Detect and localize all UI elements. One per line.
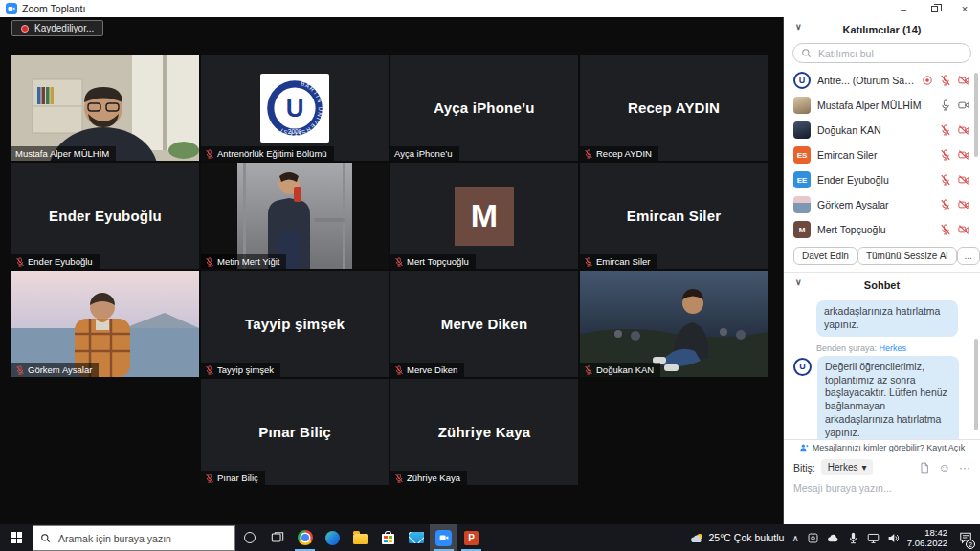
participant-search[interactable]: [792, 43, 971, 63]
video-tile-pinar[interactable]: Pınar Biliç Pınar Biliç: [201, 379, 389, 485]
microphone-tray-icon[interactable]: [847, 532, 859, 544]
video-tile-tayyip[interactable]: Tayyip şimşek Tayyip şimşek: [201, 271, 389, 377]
tray-app-icon[interactable]: [807, 532, 819, 544]
zoom-taskbar-button[interactable]: [430, 524, 457, 551]
camera-off-icon[interactable]: [958, 124, 969, 136]
camera-off-icon[interactable]: [958, 199, 969, 210]
svg-text:2008: 2008: [288, 128, 302, 135]
chat-message-input[interactable]: [784, 475, 980, 496]
video-tile-gorkem[interactable]: Görkem Aysalar: [11, 271, 199, 377]
mic-off-icon[interactable]: [940, 124, 951, 136]
powerpoint-button[interactable]: P: [457, 524, 485, 551]
privacy-text: Mesajlarınızı kimler görebilir? Kayıt Aç…: [813, 443, 966, 452]
chat-recipient-row: Bitiş: Herkes ▾ ☺ ···: [784, 455, 980, 475]
powerpoint-icon: P: [464, 531, 479, 545]
participant-name: Antrenörlük Eğitimi Bölümü: [217, 148, 327, 159]
onedrive-icon[interactable]: [827, 532, 839, 544]
mute-all-button[interactable]: Tümünü Sessize Al: [858, 247, 957, 265]
show-hidden-icons-button[interactable]: ∧: [791, 533, 798, 543]
video-tile-merve[interactable]: Merve Diken Merve Diken: [390, 271, 578, 377]
volume-icon[interactable]: [887, 532, 900, 544]
participant-name-label: Emircan Siler: [580, 254, 657, 269]
participant-row-name: Mustafa Alper MÜLHİM: [817, 99, 933, 111]
recording-label: Kaydediliyor...: [34, 23, 94, 33]
mic-off-icon[interactable]: [940, 174, 951, 186]
recipient-label: Bitiş:: [793, 462, 815, 474]
minimize-button[interactable]: –: [888, 0, 919, 17]
folder-icon: [353, 534, 368, 544]
close-button[interactable]: ×: [949, 0, 980, 17]
weather-icon: [690, 532, 704, 544]
video-tile-dogukan[interactable]: Doğukan KAN: [580, 271, 768, 377]
search-icon: [40, 533, 51, 543]
chat-message-list[interactable]: arkadaşlarınıza hatırlatma yapınız. Bend…: [784, 297, 980, 439]
camera-off-icon[interactable]: [958, 174, 969, 186]
mic-off-icon[interactable]: [940, 224, 951, 235]
participant-display-name: Pınar Biliç: [201, 379, 389, 485]
start-button[interactable]: [0, 524, 33, 551]
collapse-participants-icon[interactable]: ∨: [795, 22, 802, 32]
cortana-button[interactable]: [235, 524, 263, 551]
participant-row-name: Mert Topçuoğlu: [817, 224, 933, 235]
participant-row[interactable]: Görkem Aysalar: [784, 192, 980, 217]
taskbar-search[interactable]: [33, 525, 235, 551]
camera-off-icon[interactable]: [958, 75, 969, 86]
restore-button[interactable]: [919, 0, 949, 17]
chat-title: Sohbet: [864, 279, 900, 291]
participant-name-label: Metin Mert Yiğit: [201, 254, 286, 269]
participant-row[interactable]: EE Ender Eyuboğlu: [784, 167, 980, 192]
weather-widget[interactable]: 25°C Çok bulutlu: [690, 532, 784, 544]
participant-name: Emircan Siler: [596, 256, 651, 267]
camera-off-icon[interactable]: [958, 149, 969, 161]
video-tile-mert[interactable]: M Mert Topçuoğlu: [390, 163, 578, 269]
mic-on-icon[interactable]: [940, 99, 951, 111]
chat-more-icon[interactable]: ···: [959, 462, 970, 474]
microsoft-store-button[interactable]: [374, 524, 402, 551]
mic-off-icon[interactable]: [940, 149, 951, 161]
file-attach-icon[interactable]: [919, 462, 930, 474]
chat-scrollbar[interactable]: [974, 339, 978, 430]
participant-name-label: Merve Diken: [390, 363, 464, 377]
file-explorer-button[interactable]: [346, 524, 374, 551]
more-options-button[interactable]: ...: [957, 247, 980, 265]
video-tile-mustafa[interactable]: Mustafa Alper MÜLHİM: [11, 55, 199, 161]
participant-name: Ender Eyuboğlu: [28, 256, 93, 267]
collapse-chat-icon[interactable]: ∨: [795, 277, 802, 287]
windows-taskbar: P 25°C Çok bulutlu ∧ 18:42 7.06.2022 2: [0, 524, 980, 551]
task-view-button[interactable]: [263, 524, 291, 551]
video-tile-antrenorluk[interactable]: BARTIN ÜNİVERSİTESİ U 2008 Antrenörlük E…: [201, 55, 389, 161]
notification-center-button[interactable]: 2: [955, 524, 976, 551]
chrome-taskbar-button[interactable]: [291, 524, 319, 551]
camera-on-icon[interactable]: [958, 99, 969, 111]
participant-search-input[interactable]: [816, 47, 963, 60]
mic-off-icon: [394, 257, 404, 267]
mail-button[interactable]: [402, 524, 430, 551]
chat-message-partial: arkadaşlarınıza hatırlatma yapınız.: [816, 300, 958, 337]
network-icon[interactable]: [867, 532, 880, 544]
mic-off-icon[interactable]: [940, 199, 951, 210]
participant-row[interactable]: Mustafa Alper MÜLHİM: [784, 93, 980, 118]
zoom-meeting-window: Zoom Toplantı – × Kaydediliyor...: [0, 0, 980, 551]
invite-button[interactable]: Davet Edin: [793, 247, 858, 265]
video-tile-emircan[interactable]: Emircan Siler Emircan Siler: [580, 163, 768, 269]
video-tile-zuhriye[interactable]: Zühriye Kaya Zühriye Kaya: [390, 379, 578, 485]
avatar: M: [793, 221, 811, 238]
taskbar-search-input[interactable]: [56, 532, 228, 545]
video-tile-recep[interactable]: Recep AYDIN Recep AYDIN: [580, 55, 768, 161]
video-tile-metin[interactable]: Metin Mert Yiğit: [201, 163, 389, 269]
video-tile-ender[interactable]: Ender Eyuboğlu Ender Eyuboğlu: [11, 163, 199, 269]
recording-badge[interactable]: Kaydediliyor...: [11, 20, 103, 36]
camera-off-icon[interactable]: [958, 224, 969, 235]
participant-row[interactable]: Doğukan KAN: [784, 118, 980, 143]
video-grid: Mustafa Alper MÜLHİM BARTIN ÜNİVERSİTESİ…: [11, 55, 768, 485]
video-tile-ayca[interactable]: Ayça iPhone’u Ayça iPhone’u: [390, 55, 578, 161]
participants-scrollbar[interactable]: [974, 73, 978, 157]
recipient-dropdown[interactable]: Herkes ▾: [821, 459, 874, 475]
participant-row[interactable]: M Mert Topçuoğlu: [784, 217, 980, 242]
clock[interactable]: 18:42 7.06.2022: [907, 527, 947, 549]
mic-off-icon[interactable]: [940, 75, 951, 86]
emoji-icon[interactable]: ☺: [939, 462, 950, 474]
participant-row[interactable]: ES Emircan Siler: [784, 143, 980, 167]
participant-row-host[interactable]: U Antre... (Oturum Sahibi, ben): [784, 68, 980, 93]
edge-taskbar-button[interactable]: [319, 524, 346, 551]
